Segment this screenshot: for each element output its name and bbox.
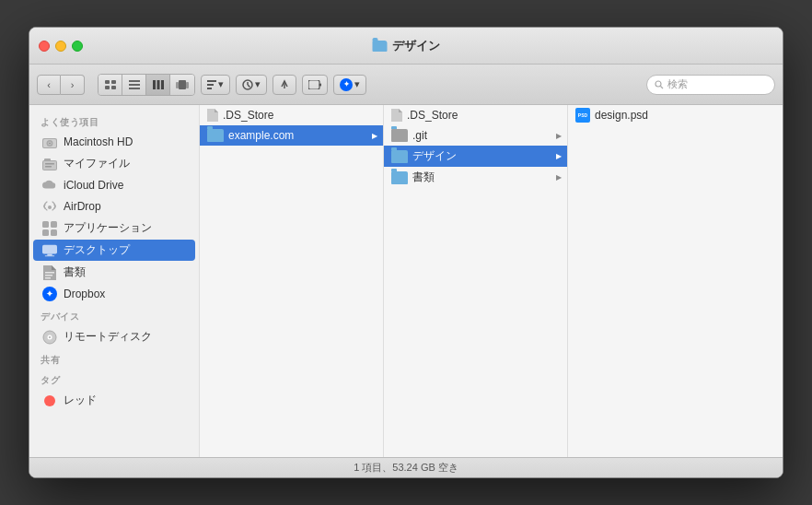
column-view-button[interactable] (146, 75, 170, 95)
dropbox-chevron: ▾ (354, 78, 360, 90)
share-button[interactable] (273, 75, 296, 95)
title-folder-icon (373, 41, 388, 52)
list-view-button[interactable] (122, 75, 146, 95)
svg-line-18 (248, 85, 250, 88)
traffic-lights (39, 41, 83, 52)
arrange-button[interactable]: ▾ (201, 75, 230, 95)
svg-rect-5 (129, 84, 140, 86)
col3-design-psd[interactable]: PSD design.psd (568, 105, 783, 125)
sidebar-item-dropbox[interactable]: ✦ Dropbox (33, 284, 195, 304)
maximize-button[interactable] (72, 41, 83, 52)
icon-view-button[interactable] (99, 75, 122, 95)
applications-label: アプリケーション (64, 220, 186, 236)
search-box[interactable]: 検索 (646, 75, 775, 95)
sidebar-item-applications[interactable]: アプリケーション (33, 217, 195, 239)
sidebar-item-macintosh-hd[interactable]: Macintosh HD (33, 132, 195, 152)
col1-ds-store-label: .DS_Store (223, 109, 376, 122)
svg-rect-11 (176, 82, 179, 88)
dropbox-toolbar-button[interactable]: ✦ ▾ (333, 75, 366, 95)
list-view-icon (129, 80, 140, 89)
close-button[interactable] (39, 41, 50, 52)
psd-file-icon: PSD (575, 108, 590, 123)
applications-icon (42, 221, 57, 236)
desktop-icon (42, 243, 57, 258)
svg-rect-8 (157, 80, 159, 89)
column-2: .DS_Store .git ▶ デザイン ▶ 書類 ▶ (384, 105, 568, 457)
svg-rect-39 (42, 244, 57, 253)
svg-rect-2 (105, 86, 110, 89)
svg-rect-41 (45, 255, 55, 256)
titlebar: デザイン (29, 28, 783, 65)
svg-rect-32 (45, 163, 54, 165)
svg-point-28 (49, 142, 51, 144)
svg-rect-42 (45, 272, 54, 274)
sidebar-item-airdrop[interactable]: AirDrop (33, 196, 195, 217)
svg-rect-7 (153, 80, 156, 89)
view-mode-buttons (98, 74, 195, 96)
svg-rect-9 (161, 80, 164, 89)
col2-documents[interactable]: 書類 ▶ (384, 167, 567, 188)
svg-rect-14 (207, 84, 214, 86)
svg-rect-12 (186, 82, 189, 88)
svg-rect-36 (51, 221, 57, 228)
macintosh-hd-label: Macintosh HD (64, 135, 186, 148)
favorites-section-label: よく使う項目 (29, 111, 199, 131)
action-button[interactable]: ▾ (236, 75, 267, 95)
svg-point-34 (48, 206, 52, 209)
arrange-chevron: ▾ (218, 78, 224, 90)
forward-button[interactable]: › (61, 75, 85, 95)
svg-rect-6 (129, 88, 140, 89)
action-chevron: ▾ (255, 78, 261, 90)
coverflow-view-icon (176, 80, 189, 89)
svg-rect-37 (42, 229, 49, 236)
sidebar-item-icloud-drive[interactable]: iCloud Drive (33, 175, 195, 195)
col1-ds-store[interactable]: .DS_Store (200, 105, 383, 125)
sidebar-item-documents[interactable]: 書類 (33, 262, 195, 283)
action-icon (242, 79, 253, 90)
tag-button[interactable] (302, 75, 328, 95)
dropbox-icon: ✦ (42, 287, 57, 301)
sidebar-item-remote-disk[interactable]: リモートディスク (33, 326, 195, 347)
dropbox-label: Dropbox (64, 288, 186, 300)
coverflow-view-button[interactable] (170, 75, 194, 95)
svg-rect-1 (111, 80, 116, 84)
tag-icon (308, 80, 321, 89)
col2-design-label: デザイン (412, 148, 560, 164)
sidebar: よく使う項目 Macintosh HD (29, 105, 200, 457)
git-folder-icon (391, 129, 408, 142)
col2-design[interactable]: デザイン ▶ (384, 146, 567, 167)
svg-point-47 (49, 336, 51, 338)
col2-git-arrow: ▶ (556, 132, 562, 140)
col1-example-com[interactable]: example.com ▶ (200, 125, 383, 146)
documents-col2-folder-icon (391, 171, 408, 184)
nav-buttons: ‹ › (37, 75, 85, 95)
col2-design-arrow: ▶ (556, 152, 562, 160)
col2-ds-store[interactable]: .DS_Store (384, 105, 567, 125)
window-title: デザイン (373, 38, 440, 54)
sidebar-item-my-files[interactable]: マイファイル (33, 153, 195, 174)
documents-icon (42, 265, 57, 280)
minimize-button[interactable] (55, 41, 66, 52)
col2-git[interactable]: .git ▶ (384, 125, 567, 146)
sidebar-item-red-tag[interactable]: レッド (33, 390, 195, 411)
statusbar-text: 1 項目、53.24 GB 空き (354, 461, 458, 475)
devices-section-label: デバイス (29, 305, 199, 325)
col2-documents-arrow: ▶ (556, 173, 562, 182)
svg-rect-33 (45, 166, 52, 168)
my-files-icon (42, 157, 57, 171)
column-1: .DS_Store example.com ▶ (200, 105, 384, 457)
icloud-label: iCloud Drive (64, 179, 186, 192)
toolbar: ‹ › (29, 65, 783, 105)
file-icon-col2-ds (391, 109, 402, 122)
svg-rect-4 (129, 80, 140, 82)
svg-rect-44 (45, 277, 51, 279)
svg-point-48 (44, 395, 55, 406)
svg-line-23 (661, 86, 664, 88)
svg-rect-3 (111, 86, 116, 89)
hd-icon (42, 135, 57, 149)
sidebar-item-desktop[interactable]: デスクトップ (33, 240, 195, 261)
column-view-icon (153, 80, 164, 89)
back-button[interactable]: ‹ (37, 75, 61, 95)
col1-example-com-arrow: ▶ (372, 132, 377, 140)
column-3: PSD design.psd (568, 105, 783, 457)
